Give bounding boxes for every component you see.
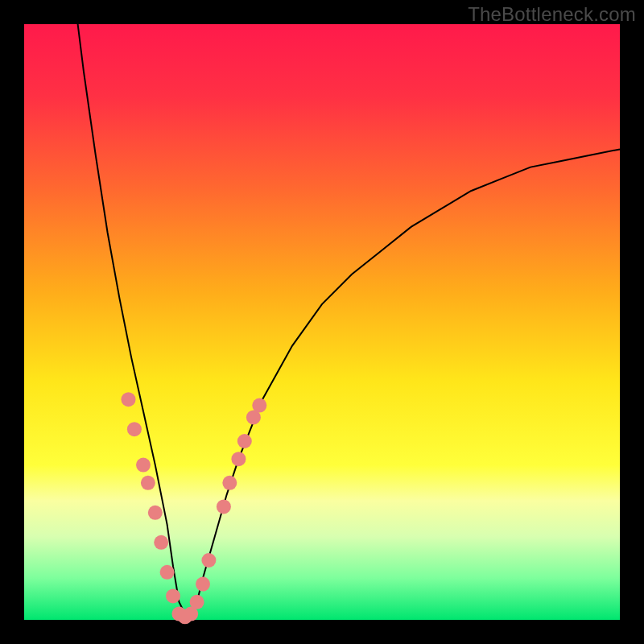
data-marker [160,565,175,580]
data-marker [237,434,252,448]
data-marker [222,476,237,490]
chart-svg [24,24,620,620]
data-marker [166,588,180,603]
data-marker [136,458,151,473]
chart-frame: TheBottleneck.com [0,0,644,644]
bottleneck-curve [78,24,620,614]
data-marker [190,595,204,609]
data-marker [196,577,210,592]
data-marker [122,392,136,407]
data-marker [127,422,142,436]
data-marker [141,476,155,490]
data-marker [154,535,168,550]
data-marker [201,553,216,568]
data-marker [231,452,246,466]
data-marker [252,398,266,413]
watermark-text: TheBottleneck.com [468,3,636,26]
data-marker [148,506,163,520]
data-marker [217,499,231,514]
